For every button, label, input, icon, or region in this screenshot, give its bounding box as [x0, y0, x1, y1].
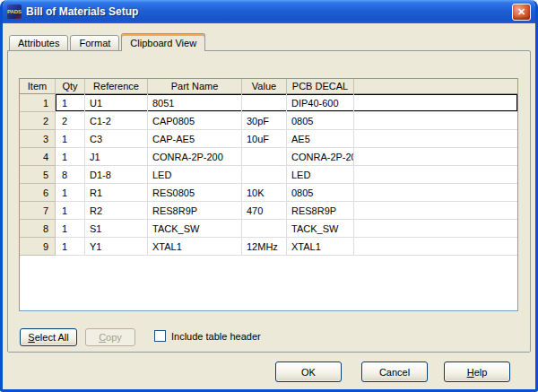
tab-strip: Attributes Format Clipboard View [9, 33, 207, 51]
cell-filler [354, 130, 517, 148]
col-header-qty: Qty [56, 79, 85, 94]
cell-part-name[interactable]: LED [148, 166, 242, 184]
cell-part-name[interactable]: XTAL1 [148, 238, 242, 256]
bom-table-body: 1 1 U1 8051 DIP40-600 2 2 C1-2 CAP0805 3… [20, 94, 517, 256]
table-row[interactable]: 2 2 C1-2 CAP0805 30pF 0805 [20, 112, 517, 130]
cell-filler [354, 94, 517, 112]
cancel-button[interactable]: Cancel [361, 362, 428, 382]
cell-item[interactable]: 4 [20, 148, 56, 166]
table-row[interactable]: 1 1 U1 8051 DIP40-600 [20, 94, 517, 112]
cell-value[interactable] [242, 94, 287, 112]
cell-pcb-decal[interactable]: AE5 [287, 130, 354, 148]
cell-part-name[interactable]: RES8R9P [148, 202, 242, 220]
col-header-filler [354, 79, 517, 94]
copy-rest: opy [106, 332, 122, 343]
include-table-header-checkbox[interactable] [154, 330, 166, 342]
cell-item[interactable]: 5 [20, 166, 56, 184]
cell-qty[interactable]: 1 [56, 220, 85, 238]
cell-qty[interactable]: 1 [56, 238, 85, 256]
table-row[interactable]: 5 8 D1-8 LED LED [20, 166, 517, 184]
cell-filler [354, 184, 517, 202]
cell-reference[interactable]: R1 [85, 184, 148, 202]
cell-pcb-decal[interactable]: XTAL1 [287, 238, 354, 256]
cell-value[interactable]: 470 [242, 202, 287, 220]
close-button[interactable]: ✕ [512, 4, 531, 21]
cell-pcb-decal[interactable]: LED [287, 166, 354, 184]
cell-reference[interactable]: C3 [85, 130, 148, 148]
cell-reference[interactable]: S1 [85, 220, 148, 238]
help-accel: H [467, 367, 474, 378]
copy-accel: C [99, 332, 106, 343]
bom-table: Item Qty Reference Part Name Value PCB D… [20, 79, 517, 256]
col-header-value: Value [242, 79, 287, 94]
tab-clipboard-view[interactable]: Clipboard View [121, 33, 205, 51]
table-row[interactable]: 9 1 Y1 XTAL1 12MHz XTAL1 [20, 238, 517, 256]
close-icon: ✕ [517, 7, 525, 17]
cell-reference[interactable]: R2 [85, 202, 148, 220]
cell-part-name[interactable]: CAP-AE5 [148, 130, 242, 148]
tab-format[interactable]: Format [70, 35, 119, 51]
bom-grid[interactable]: Item Qty Reference Part Name Value PCB D… [19, 78, 518, 311]
cell-value[interactable]: 10uF [242, 130, 287, 148]
cell-value[interactable]: 30pF [242, 112, 287, 130]
table-row[interactable]: 4 1 J1 CONRA-2P-200 CONRA-2P-200 [20, 148, 517, 166]
cell-part-name[interactable]: 8051 [148, 94, 242, 112]
cell-pcb-decal[interactable]: RES8R9P [287, 202, 354, 220]
col-header-reference: Reference [85, 79, 148, 94]
tab-attributes[interactable]: Attributes [9, 35, 68, 51]
cell-filler [354, 220, 517, 238]
cell-reference[interactable]: D1-8 [85, 166, 148, 184]
cell-value[interactable]: 10K [242, 184, 287, 202]
help-rest: elp [474, 367, 488, 378]
cell-qty[interactable]: 1 [56, 202, 85, 220]
col-header-item: Item [20, 79, 56, 94]
cell-qty[interactable]: 1 [56, 94, 85, 112]
cell-part-name[interactable]: CAP0805 [148, 112, 242, 130]
table-row[interactable]: 7 1 R2 RES8R9P 470 RES8R9P [20, 202, 517, 220]
cell-value[interactable] [242, 220, 287, 238]
cell-item[interactable]: 8 [20, 220, 56, 238]
cell-item[interactable]: 3 [20, 130, 56, 148]
ok-button[interactable]: OK [275, 362, 342, 382]
include-table-header-row: Include table header [154, 330, 261, 342]
cell-part-name[interactable]: RES0805 [148, 184, 242, 202]
title-bar[interactable]: PADS Bill of Materials Setup ✕ [3, 0, 535, 23]
cell-item[interactable]: 7 [20, 202, 56, 220]
cell-pcb-decal[interactable]: 0805 [287, 184, 354, 202]
cell-qty[interactable]: 2 [56, 112, 85, 130]
cell-filler [354, 238, 517, 256]
cell-item[interactable]: 1 [20, 94, 56, 112]
cell-value[interactable] [242, 148, 287, 166]
window-title: Bill of Materials Setup [26, 5, 508, 18]
cell-filler [354, 166, 517, 184]
cell-part-name[interactable]: CONRA-2P-200 [148, 148, 242, 166]
include-table-header-label[interactable]: Include table header [171, 331, 261, 342]
cell-qty[interactable]: 8 [56, 166, 85, 184]
cell-qty[interactable]: 1 [56, 184, 85, 202]
table-row[interactable]: 6 1 R1 RES0805 10K 0805 [20, 184, 517, 202]
select-all-button[interactable]: Select All [20, 328, 77, 346]
cell-item[interactable]: 9 [20, 238, 56, 256]
cell-reference[interactable]: C1-2 [85, 112, 148, 130]
cell-reference[interactable]: Y1 [85, 238, 148, 256]
select-all-accel: S [28, 332, 34, 343]
cell-qty[interactable]: 1 [56, 130, 85, 148]
cell-part-name[interactable]: TACK_SW [148, 220, 242, 238]
help-button[interactable]: Help [444, 362, 510, 382]
cell-pcb-decal[interactable]: 0805 [287, 112, 354, 130]
bill-of-materials-dialog: PADS Bill of Materials Setup ✕ Attribute… [0, 0, 538, 392]
cell-pcb-decal[interactable]: CONRA-2P-200 [287, 148, 354, 166]
table-row[interactable]: 3 1 C3 CAP-AE5 10uF AE5 [20, 130, 517, 148]
cell-value[interactable]: 12MHz [242, 238, 287, 256]
copy-button[interactable]: Copy [85, 328, 135, 346]
cell-qty[interactable]: 1 [56, 148, 85, 166]
pads-logo-icon[interactable]: PADS [7, 4, 22, 19]
cell-pcb-decal[interactable]: DIP40-600 [287, 94, 354, 112]
cell-reference[interactable]: U1 [85, 94, 148, 112]
cell-value[interactable] [242, 166, 287, 184]
cell-item[interactable]: 2 [20, 112, 56, 130]
table-row[interactable]: 8 1 S1 TACK_SW TACK_SW [20, 220, 517, 238]
cell-pcb-decal[interactable]: TACK_SW [287, 220, 354, 238]
cell-item[interactable]: 6 [20, 184, 56, 202]
cell-reference[interactable]: J1 [85, 148, 148, 166]
